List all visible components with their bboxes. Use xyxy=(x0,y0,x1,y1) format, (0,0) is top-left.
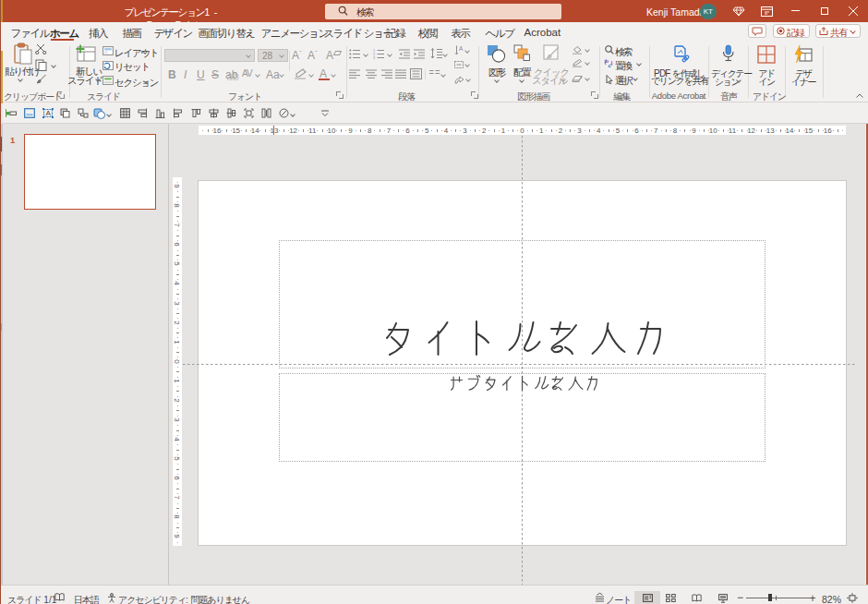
svg-text:A: A xyxy=(45,109,51,117)
svg-text:c: c xyxy=(609,62,612,67)
svg-text:3: 3 xyxy=(373,55,376,59)
svg-text:A: A xyxy=(459,45,464,52)
